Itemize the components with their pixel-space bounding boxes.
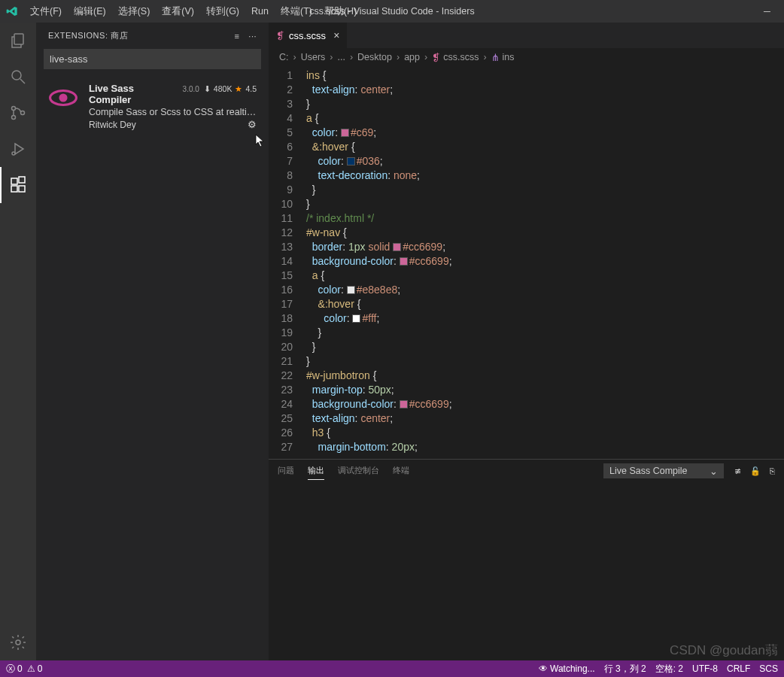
svg-rect-9 (11, 186, 17, 192)
tab-label: css.scss (289, 30, 326, 41)
breadcrumb-segment[interactable]: app (404, 52, 420, 62)
svg-point-3 (12, 107, 16, 111)
svg-point-1 (12, 71, 21, 80)
menu-item[interactable]: Run (245, 0, 275, 23)
svg-point-14 (59, 93, 67, 102)
breadcrumb-segment[interactable]: ⋔ins (491, 52, 515, 63)
run-debug-icon[interactable] (0, 131, 36, 167)
line-numbers: 1234567891011121314151617181920212223242… (269, 65, 306, 459)
menu-item[interactable]: 查看(V) (156, 0, 200, 23)
editor-area: ❡ css.scss × C:›Users›...›Desktop›app›❡c… (269, 23, 784, 660)
extension-search-input[interactable] (44, 49, 261, 69)
svg-point-4 (12, 116, 16, 120)
extensions-icon[interactable] (0, 167, 36, 203)
code-editor[interactable]: 1234567891011121314151617181920212223242… (269, 65, 784, 459)
open-file-icon[interactable]: ⎘ (770, 466, 775, 476)
sidebar-title: EXTENSIONS: 商店 (48, 30, 234, 41)
activity-bar (0, 23, 36, 660)
editor-tab-css-scss[interactable]: ❡ css.scss × (269, 23, 347, 48)
search-icon[interactable] (0, 59, 36, 95)
svg-point-5 (21, 111, 25, 115)
clear-output-icon[interactable]: ≢ (734, 466, 741, 476)
status-errors[interactable]: ⓧ 0 (6, 663, 23, 675)
output-channel-select[interactable]: Live Sass Compile (603, 463, 724, 478)
code-content[interactable]: ins { text-align: center;}a { color: #c6… (306, 65, 784, 459)
panel-tab[interactable]: 问题 (278, 462, 294, 480)
more-actions-icon[interactable]: ··· (248, 32, 257, 41)
breadcrumb-segment[interactable]: ❡css.scss (432, 52, 479, 63)
menu-item[interactable]: 选择(S) (112, 0, 156, 23)
lock-scroll-icon[interactable]: 🔓 (750, 466, 761, 476)
extension-version: 3.0.0 (183, 85, 199, 93)
svg-marker-6 (15, 144, 23, 154)
status-language[interactable]: SCS (759, 663, 778, 674)
vscode-insiders-icon (0, 5, 24, 17)
extension-author: Ritwick Dey (89, 120, 136, 130)
panel-tab[interactable]: 输出 (308, 462, 324, 480)
breadcrumb-segment[interactable]: Desktop (357, 52, 392, 62)
breadcrumb-segment[interactable]: ... (338, 52, 345, 62)
status-bar: ⓧ 0 ⚠ 0 👁 Watching... 行 3，列 2 空格: 2 UTF-… (0, 660, 784, 677)
status-warnings[interactable]: ⚠ 0 (27, 663, 43, 674)
extension-list-item[interactable]: Live Sass Compiler 3.0.0 ⬇480K ★4.5 Comp… (36, 77, 269, 136)
close-tab-icon[interactable]: × (333, 29, 339, 41)
sidebar-header: EXTENSIONS: 商店 ≡ ··· (36, 23, 269, 49)
status-spaces[interactable]: 空格: 2 (655, 663, 683, 675)
breadcrumb[interactable]: C:›Users›...›Desktop›app›❡css.scss›⋔ins (269, 49, 784, 65)
menu-item[interactable]: 转到(G) (200, 0, 245, 23)
svg-line-2 (20, 79, 25, 83)
svg-point-12 (16, 640, 20, 645)
extensions-sidebar: EXTENSIONS: 商店 ≡ ··· Live Sass Compiler … (36, 23, 269, 660)
sass-file-icon: ❡ (276, 30, 284, 41)
svg-rect-0 (14, 34, 23, 44)
extension-manage-gear-icon[interactable]: ⚙ (248, 119, 257, 130)
titlebar: 文件(F)编辑(E)选择(S)查看(V)转到(G)Run终端(T)帮助(H) c… (0, 0, 784, 23)
extension-stats: ⬇480K ★4.5 (204, 84, 257, 93)
editor-tabs: ❡ css.scss × (269, 23, 784, 49)
window-title: css.scss - Visual Studio Code - Insiders (309, 6, 474, 17)
breadcrumb-segment[interactable]: Users (301, 52, 326, 62)
menu-item[interactable]: 编辑(E) (68, 0, 112, 23)
status-eol[interactable]: CRLF (727, 663, 750, 674)
breadcrumb-segment[interactable]: C: (279, 52, 289, 62)
panel-tab[interactable]: 终端 (393, 462, 409, 480)
status-watching[interactable]: 👁 Watching... (539, 663, 595, 674)
extension-description: Compile Sass or Scss to CSS at realtime … (89, 107, 257, 117)
panel-tabs: 问题输出调试控制台终端 Live Sass Compile ≢ 🔓 ⎘ (269, 460, 784, 482)
svg-rect-10 (19, 186, 25, 192)
extension-eye-icon (48, 83, 78, 113)
minimize-button[interactable]: ─ (750, 0, 784, 23)
filter-icon[interactable]: ≡ (234, 32, 239, 41)
status-line-col[interactable]: 行 3，列 2 (604, 663, 646, 675)
menu-item[interactable]: 文件(F) (24, 0, 68, 23)
svg-rect-8 (11, 178, 17, 184)
source-control-icon[interactable] (0, 95, 36, 131)
status-encoding[interactable]: UTF-8 (692, 663, 718, 674)
svg-point-7 (12, 152, 15, 155)
panel-tab[interactable]: 调试控制台 (338, 462, 379, 480)
window-controls: ─ (750, 0, 784, 23)
settings-gear-icon[interactable] (0, 624, 36, 660)
bottom-panel: 问题输出调试控制台终端 Live Sass Compile ≢ 🔓 ⎘ (269, 459, 784, 660)
svg-rect-11 (19, 177, 25, 183)
extension-name: Live Sass Compiler (89, 83, 178, 105)
explorer-icon[interactable] (0, 23, 36, 59)
